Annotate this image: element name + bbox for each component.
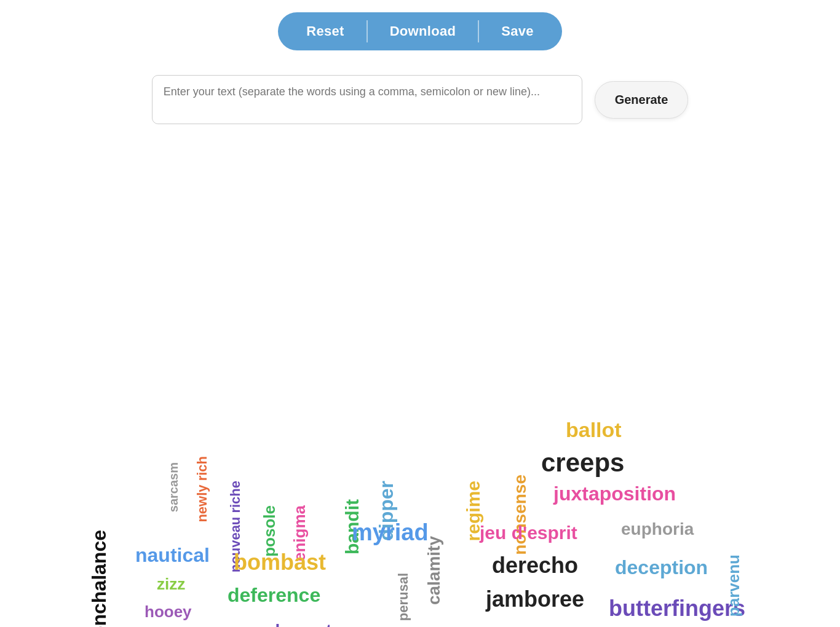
input-area: Generate xyxy=(0,69,840,143)
wordcloud: nonchalancesarcasmnewly richnouveau rich… xyxy=(0,155,840,536)
word-newly-rich: newly rich xyxy=(196,456,209,522)
word-calamity: calamity xyxy=(426,536,443,605)
download-button[interactable]: Download xyxy=(368,12,478,50)
reset-button[interactable]: Reset xyxy=(284,12,366,50)
save-button[interactable]: Save xyxy=(479,12,556,50)
word-deference: deference xyxy=(228,585,320,605)
word-jeu-desprit: jeu d'esprit xyxy=(480,524,577,542)
word-juxtaposition: juxtaposition xyxy=(553,484,676,503)
word-deception: deception xyxy=(615,558,708,577)
word-perusal: perusal xyxy=(397,573,410,621)
word-myriad: myriad xyxy=(352,521,429,544)
word-hooey: hooey xyxy=(145,604,192,620)
word-nonsense: nonsense xyxy=(512,475,529,555)
word-derecho: derecho xyxy=(492,554,578,577)
word-euphoria: euphoria xyxy=(621,521,694,538)
word-nonchalance: nonchalance xyxy=(89,530,109,627)
word-zizz: zizz xyxy=(157,576,185,592)
generate-button[interactable]: Generate xyxy=(595,81,689,119)
word-emolument: emolument xyxy=(240,622,331,627)
word-ballot: ballot xyxy=(566,419,622,440)
word-sarcasm: sarcasm xyxy=(167,462,180,512)
word-parvenu: parvenu xyxy=(726,554,742,617)
word-creeps: creeps xyxy=(541,450,624,476)
word-nautical: nautical xyxy=(135,545,210,565)
toolbar: Reset Download Save xyxy=(0,0,840,69)
text-input[interactable] xyxy=(152,75,582,124)
word-bombast: bombast xyxy=(234,551,326,574)
word-jamboree: jamboree xyxy=(486,588,584,610)
toolbar-group: Reset Download Save xyxy=(278,12,562,50)
